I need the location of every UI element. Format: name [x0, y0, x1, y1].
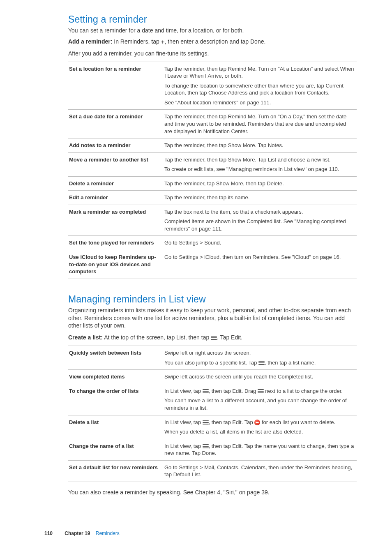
- page-footer: 110 Chapter 19 Reminders: [0, 530, 392, 537]
- table-row: Use iCloud to keep Reminders up-to-date …: [68, 250, 357, 279]
- list-icon: [211, 336, 217, 340]
- row-label: Change the name of a list: [68, 439, 164, 460]
- table-row: Set a due date for a reminderTap the rem…: [68, 110, 357, 138]
- row-desc: In List view, tap , then tap Edit. Tap f…: [164, 415, 357, 439]
- footer-chapter: Chapter 19: [65, 531, 90, 536]
- row-desc-paragraph: In List view, tap , then tap Edit. Drag …: [164, 388, 354, 395]
- row-desc: Swipe left across the screen until you r…: [164, 370, 357, 384]
- row-label: Move a reminder to another list: [68, 152, 164, 176]
- row-desc: Tap the reminder, tap Show More, then ta…: [164, 176, 357, 191]
- list-icon: [258, 361, 265, 365]
- row-desc-paragraph: You can't move a list to a different acc…: [164, 397, 354, 411]
- table-row: To change the order of listsIn List view…: [68, 384, 357, 415]
- row-desc: Go to Settings > iCloud, then turn on Re…: [164, 250, 357, 279]
- row-label: Quickly switch between lists: [68, 346, 164, 370]
- row-desc: Tap the reminder, then tap Show More. Ta…: [164, 152, 357, 176]
- row-desc: Tap the reminder, then tap its name.: [164, 191, 357, 205]
- section1-intro: You can set a reminder for a date and ti…: [68, 27, 357, 35]
- row-desc: Swipe left or right across the screen.Yo…: [164, 346, 357, 370]
- row-desc: Tap the reminder, then tap Show More. Ta…: [164, 138, 357, 153]
- table-row: Edit a reminderTap the reminder, then ta…: [68, 191, 357, 205]
- row-label: View completed items: [68, 370, 164, 384]
- table-row: Set a location for a reminderTap the rem…: [68, 62, 357, 110]
- create-list-after: . Tap Edit.: [217, 334, 242, 341]
- add-a-reminder-line: Add a reminder: In Reminders, tap +, the…: [68, 38, 357, 46]
- settings-table-1: Set a location for a reminderTap the rem…: [68, 62, 357, 279]
- row-desc-paragraph: To create or edit lists, see "Managing r…: [164, 166, 354, 173]
- table-row: Delete a listIn List view, tap , then ta…: [68, 415, 357, 439]
- table-row: Move a reminder to another listTap the r…: [68, 152, 357, 176]
- page-number: 110: [44, 530, 63, 537]
- table-row: Change the name of a listIn List view, t…: [68, 439, 357, 460]
- list-icon: [203, 420, 209, 425]
- delete-minus-icon: [254, 420, 260, 425]
- add-reminder-before: In Reminders, tap: [112, 38, 161, 45]
- section2-outro: You can also create a reminder by speaki…: [68, 489, 357, 496]
- row-desc-paragraph: You can also jump to a specific list. Ta…: [164, 359, 354, 367]
- row-desc: Tap the reminder, then tap Remind Me. Tu…: [164, 110, 357, 138]
- row-label: To change the order of lists: [68, 384, 164, 415]
- row-desc-paragraph: Go to Settings > iCloud, then turn on Re…: [164, 254, 354, 261]
- table-row: Set a default list for new remindersGo t…: [68, 460, 357, 482]
- section-heading-setting: Setting a reminder: [68, 13, 357, 26]
- plus-icon: +: [161, 39, 165, 45]
- row-label: Delete a list: [68, 415, 164, 439]
- row-label: Delete a reminder: [68, 176, 164, 191]
- table-row: Add notes to a reminderTap the reminder,…: [68, 138, 357, 153]
- row-desc-paragraph: Go to Settings > Mail, Contacts, Calenda…: [164, 464, 354, 478]
- list-icon: [203, 389, 209, 394]
- table-row: Quickly switch between listsSwipe left o…: [68, 346, 357, 370]
- row-desc: Tap the box next to the item, so that a …: [164, 205, 357, 236]
- table-row: Set the tone played for remindersGo to S…: [68, 236, 357, 250]
- table-row: View completed itemsSwipe left across th…: [68, 370, 357, 384]
- section-heading-managing: Managing reminders in List view: [68, 293, 357, 306]
- row-desc-paragraph: Swipe left or right across the screen.: [164, 349, 354, 357]
- row-desc-paragraph: Tap the reminder, tap Show More, then ta…: [164, 180, 354, 187]
- row-label: Set the tone played for reminders: [68, 236, 164, 250]
- list-icon: [258, 389, 264, 394]
- row-desc-paragraph: Tap the reminder, then tap Show More. Ta…: [164, 156, 354, 164]
- row-label: Set a due date for a reminder: [68, 110, 164, 138]
- create-list-label: Create a list:: [68, 334, 103, 341]
- section2-intro: Organizing reminders into lists makes it…: [68, 307, 357, 330]
- row-label: Add notes to a reminder: [68, 138, 164, 153]
- row-desc: Tap the reminder, then tap Remind Me. Tu…: [164, 62, 357, 110]
- row-desc-paragraph: In List view, tap , then tap Edit. Tap f…: [164, 419, 354, 426]
- add-reminder-label: Add a reminder:: [68, 38, 112, 45]
- row-desc-paragraph: Tap the box next to the item, so that a …: [164, 208, 354, 216]
- row-label: Edit a reminder: [68, 191, 164, 205]
- table-row: Mark a reminder as completedTap the box …: [68, 205, 357, 236]
- row-desc-paragraph: Tap the reminder, then tap Remind Me. Tu…: [164, 113, 354, 135]
- row-desc-paragraph: In List view, tap , then tap Edit. Tap t…: [164, 443, 354, 457]
- table-row: Delete a reminderTap the reminder, tap S…: [68, 176, 357, 191]
- row-desc-paragraph: Go to Settings > Sound.: [164, 239, 354, 247]
- row-desc-paragraph: To change the location to somewhere othe…: [164, 82, 354, 97]
- row-desc-paragraph: Tap the reminder, then tap Show More. Ta…: [164, 142, 354, 149]
- row-desc: Go to Settings > Mail, Contacts, Calenda…: [164, 460, 357, 482]
- list-icon: [203, 444, 209, 449]
- row-desc: In List view, tap , then tap Edit. Tap t…: [164, 439, 357, 460]
- row-desc: In List view, tap , then tap Edit. Drag …: [164, 384, 357, 415]
- row-label: Use iCloud to keep Reminders up-to-date …: [68, 250, 164, 279]
- add-reminder-after: , then enter a description and tap Done.: [164, 38, 265, 45]
- create-list-before: At the top of the screen, tap List, then…: [103, 334, 211, 341]
- row-desc: Go to Settings > Sound.: [164, 236, 357, 250]
- settings-table-2: Quickly switch between listsSwipe left o…: [68, 346, 357, 482]
- row-label: Mark a reminder as completed: [68, 205, 164, 236]
- row-label: Set a location for a reminder: [68, 62, 164, 110]
- row-label: Set a default list for new reminders: [68, 460, 164, 482]
- row-desc-paragraph: Swipe left across the screen until you r…: [164, 373, 354, 381]
- row-desc-paragraph: When you delete a list, all items in the…: [164, 428, 354, 436]
- row-desc-paragraph: Tap the reminder, then tap its name.: [164, 194, 354, 201]
- create-a-list-line: Create a list: At the top of the screen,…: [68, 334, 357, 341]
- row-desc-paragraph: See "About location reminders" on page 1…: [164, 99, 354, 106]
- row-desc-paragraph: Completed items are shown in the Complet…: [164, 218, 354, 232]
- row-desc-paragraph: Tap the reminder, then tap Remind Me. Tu…: [164, 65, 354, 80]
- after-add-text: After you add a reminder, you can fine-t…: [68, 50, 357, 58]
- footer-section: Reminders: [96, 531, 120, 536]
